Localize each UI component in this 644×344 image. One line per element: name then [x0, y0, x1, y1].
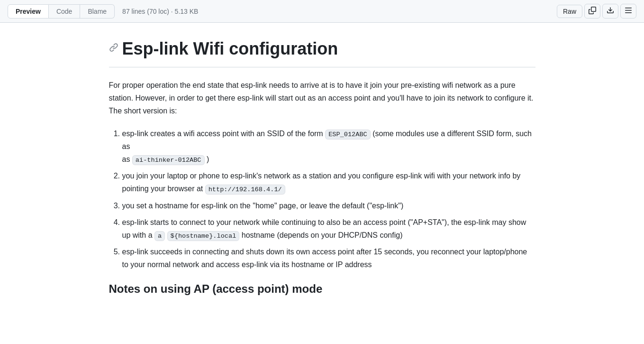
code-hostname: ${hostname}.local	[167, 231, 240, 241]
list-item: esp-link succeeds in connecting and shut…	[122, 245, 535, 271]
heading-wrapper: Esp-link Wifi configuration	[109, 38, 535, 59]
tab-blame[interactable]: Blame	[80, 4, 115, 19]
code-url: http://192.168.4.1/	[205, 185, 285, 195]
steps-list: esp-link creates a wifi access point wit…	[109, 127, 535, 271]
main-content: Esp-link Wifi configuration For proper o…	[90, 23, 554, 315]
page-title: Esp-link Wifi configuration	[122, 38, 338, 59]
list-item-text: esp-link starts to connect to your netwo…	[122, 218, 526, 239]
menu-button[interactable]	[620, 4, 636, 19]
copy-button[interactable]	[584, 4, 600, 19]
toolbar-actions: Raw	[557, 4, 636, 19]
toolbar: Preview Code Blame 87 lines (70 loc) · 5…	[0, 0, 644, 23]
tab-preview[interactable]: Preview	[8, 4, 49, 19]
divider	[109, 67, 535, 67]
as-text: as	[122, 155, 132, 163]
menu-icon	[625, 7, 632, 16]
raw-button[interactable]: Raw	[557, 5, 582, 18]
list-item: esp-link starts to connect to your netwo…	[122, 216, 535, 242]
intro-paragraph: For proper operation the end state that …	[109, 79, 535, 118]
download-button[interactable]	[602, 4, 618, 19]
notes-heading: Notes on using AP (access point) mode	[109, 282, 535, 296]
list-item: esp-link creates a wifi access point wit…	[122, 127, 535, 166]
download-icon	[607, 7, 614, 16]
file-info: 87 lines (70 loc) · 5.13 KB	[122, 8, 198, 15]
code-esp012abc: ESP_012ABC	[325, 130, 371, 139]
tab-group: Preview Code Blame	[8, 4, 115, 19]
list-item-text: esp-link creates a wifi access point wit…	[122, 130, 532, 163]
list-item-text: esp-link succeeds in connecting and shut…	[122, 248, 527, 269]
anchor-link[interactable]	[109, 43, 118, 55]
code-a: a	[154, 231, 165, 241]
list-item-text: you set a hostname for esp-link on the "…	[122, 202, 404, 210]
list-item-text: you join your laptop or phone to esp-lin…	[122, 172, 521, 193]
list-item: you set a hostname for esp-link on the "…	[122, 199, 535, 212]
copy-icon	[589, 7, 596, 16]
list-item: you join your laptop or phone to esp-lin…	[122, 169, 535, 195]
tab-code[interactable]: Code	[49, 4, 80, 19]
code-aithinker: ai-thinker-012ABC	[132, 155, 205, 165]
